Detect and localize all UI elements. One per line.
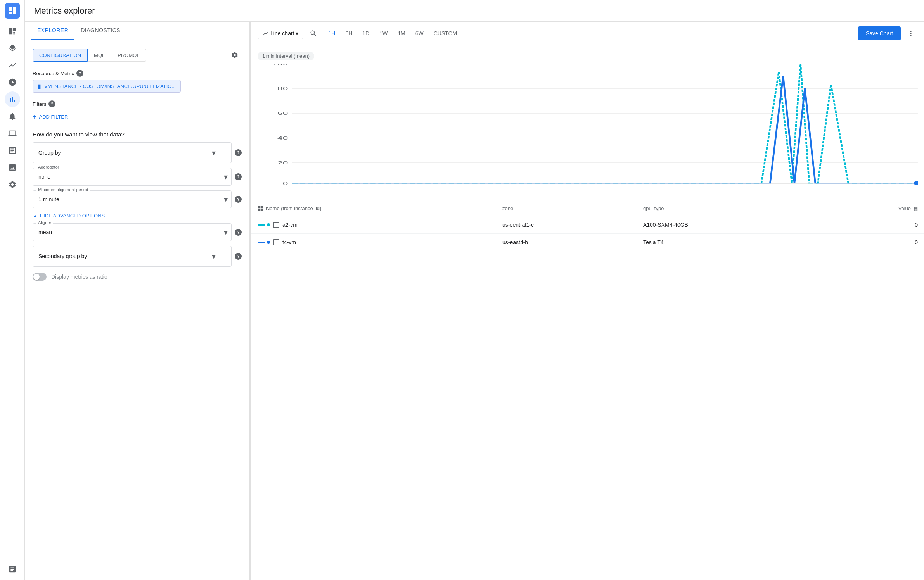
aligner-help-icon[interactable]: ? xyxy=(235,229,242,236)
sidebar-icon-layers[interactable] xyxy=(5,40,20,56)
settings-gear-button[interactable] xyxy=(228,48,242,62)
view-section-label: How do you want to view that data? xyxy=(33,131,242,138)
col-header-value: Value ▦ xyxy=(821,200,924,216)
aligner-field: Aligner mean ▾ ? xyxy=(33,223,242,241)
add-filter-button[interactable]: + ADD FILTER xyxy=(33,110,68,123)
chart-svg: 100 80 60 40 20 0 xyxy=(258,64,918,188)
aggregator-input[interactable]: none xyxy=(33,168,232,186)
main-tabs: EXPLORER DIAGNOSTICS xyxy=(25,22,249,40)
alignment-help-icon[interactable]: ? xyxy=(235,196,242,203)
svg-text:12:20 PM: 12:20 PM xyxy=(341,187,382,188)
svg-text:1:10 PM: 1:10 PM xyxy=(831,187,866,188)
time-btn-1m[interactable]: 1M xyxy=(393,28,410,39)
interval-badge: 1 min interval (mean) xyxy=(258,52,314,60)
secondary-group-by-arrow-icon: ▾ xyxy=(212,252,216,261)
sub-tabs: CONFIGURATION MQL PROMQL xyxy=(33,49,146,62)
resource-metric-help-icon[interactable]: ? xyxy=(76,70,83,77)
metric-chip[interactable]: ▮ VM INSTANCE - CUSTOM/INSTANCE/GPU/UTIL… xyxy=(33,80,181,93)
table-cell-value: 0 xyxy=(821,234,924,251)
group-by-help-icon[interactable]: ? xyxy=(235,149,242,156)
filters-label: Filters ? xyxy=(33,100,242,107)
svg-text:12:40 PM: 12:40 PM xyxy=(533,187,573,188)
display-ratio-label: Display metrics as ratio xyxy=(51,274,107,280)
sidebar-icon-linechart[interactable] xyxy=(5,57,20,73)
right-panel: Line chart ▾ 1H6H1D1W1M6WCUSTOM Save Cha… xyxy=(251,22,924,580)
sub-tab-configuration[interactable]: CONFIGURATION xyxy=(33,49,88,62)
svg-text:80: 80 xyxy=(277,86,288,91)
svg-text:100: 100 xyxy=(272,64,288,66)
topbar: Metrics explorer xyxy=(25,0,924,22)
svg-text:12:50 PM: 12:50 PM xyxy=(628,187,669,188)
resource-metric-label: Resource & Metric ? xyxy=(33,70,242,77)
svg-text:60: 60 xyxy=(277,111,288,116)
sub-tab-promql[interactable]: PROMQL xyxy=(111,49,146,62)
svg-text:12:30 PM: 12:30 PM xyxy=(437,187,478,188)
left-panel: EXPLORER DIAGNOSTICS CONFIGURATION MQL P… xyxy=(25,22,250,580)
sidebar-icon-table[interactable] xyxy=(5,143,20,158)
col-header-gpu-type: gpu_type xyxy=(637,200,822,216)
chart-toolbar: Line chart ▾ 1H6H1D1W1M6WCUSTOM Save Cha… xyxy=(251,22,924,45)
table-cell-value: 0 xyxy=(821,216,924,234)
toggle-knob xyxy=(33,274,40,280)
col-header-name: Name (from instance_id) xyxy=(251,200,496,216)
table-cell-name: a2-vm xyxy=(251,216,496,234)
sidebar-icon-bell[interactable] xyxy=(5,109,20,124)
sidebar-icon-metrics[interactable] xyxy=(5,91,20,107)
table-row: t4-vm us-east4-b Tesla T4 0 xyxy=(251,234,924,251)
aggregator-field: Aggregator none ▾ ? xyxy=(33,168,242,186)
display-ratio-row: Display metrics as ratio xyxy=(33,273,242,281)
content-area: EXPLORER DIAGNOSTICS CONFIGURATION MQL P… xyxy=(25,22,924,580)
alignment-period-field: Minimum alignment period 1 minute ▾ ? xyxy=(33,190,242,208)
aggregator-help-icon[interactable]: ? xyxy=(235,173,242,180)
table-cell-gpu-type: A100-SXM4-40GB xyxy=(637,216,822,234)
sidebar-icon-monitor[interactable] xyxy=(5,126,20,141)
time-btn-1w[interactable]: 1W xyxy=(375,28,392,39)
time-btn-custom[interactable]: CUSTOM xyxy=(429,28,462,39)
more-options-button[interactable] xyxy=(904,26,918,40)
svg-point-12 xyxy=(914,181,918,185)
display-ratio-toggle[interactable] xyxy=(33,273,47,281)
group-by-arrow-icon: ▾ xyxy=(212,148,216,157)
tab-explorer[interactable]: EXPLORER xyxy=(31,22,74,40)
svg-text:0: 0 xyxy=(283,181,288,186)
alignment-period-input[interactable]: 1 minute xyxy=(33,190,232,208)
time-range-buttons: 1H6H1D1W1M6WCUSTOM xyxy=(324,28,462,39)
metric-chip-icon: ▮ xyxy=(38,83,41,90)
sidebar-icon-dashboard[interactable] xyxy=(5,23,20,39)
row-checkbox[interactable] xyxy=(273,222,279,228)
chart-type-button[interactable]: Line chart ▾ xyxy=(258,28,303,39)
time-btn-6h[interactable]: 6H xyxy=(341,28,357,39)
sidebar-icon-settings[interactable] xyxy=(5,177,20,192)
chart-area: 1 min interval (mean) 100 xyxy=(251,45,924,580)
svg-text:1:00 PM: 1:00 PM xyxy=(735,187,771,188)
data-table: Name (from instance_id) zone gpu_type Va… xyxy=(251,200,924,251)
table-cell-zone: us-central1-c xyxy=(496,216,637,234)
column-options-icon[interactable]: ▦ xyxy=(913,205,918,211)
row-checkbox[interactable] xyxy=(273,239,279,245)
table-cell-name: t4-vm xyxy=(251,234,496,251)
filters-help-icon[interactable]: ? xyxy=(48,100,55,107)
page-title: Metrics explorer xyxy=(34,6,95,16)
sidebar xyxy=(0,0,25,580)
time-btn-1h[interactable]: 1H xyxy=(324,28,340,39)
aligner-input[interactable]: mean xyxy=(33,223,232,241)
sidebar-icon-image[interactable] xyxy=(5,160,20,175)
advanced-options-toggle[interactable]: ▲ HIDE ADVANCED OPTIONS xyxy=(33,213,242,219)
chart-container: 1 min interval (mean) 100 xyxy=(251,45,924,200)
col-header-zone: zone xyxy=(496,200,637,216)
sidebar-icon-target[interactable] xyxy=(5,74,20,90)
secondary-group-by-dropdown[interactable]: Secondary group by ▾ xyxy=(33,246,232,267)
chart-search-button[interactable] xyxy=(306,26,320,40)
time-btn-6w[interactable]: 6W xyxy=(411,28,428,39)
tab-diagnostics[interactable]: DIAGNOSTICS xyxy=(74,22,126,40)
group-by-dropdown[interactable]: Group by ▾ xyxy=(33,142,232,163)
svg-text:UTC-4: UTC-4 xyxy=(278,187,306,188)
sidebar-icon-tasks[interactable] xyxy=(5,561,20,577)
time-btn-1d[interactable]: 1D xyxy=(358,28,374,39)
secondary-group-by-help-icon[interactable]: ? xyxy=(235,253,242,260)
table-cell-zone: us-east4-b xyxy=(496,234,637,251)
chart-type-arrow-icon: ▾ xyxy=(296,30,298,36)
save-chart-button[interactable]: Save Chart xyxy=(858,26,901,40)
sub-tab-mql[interactable]: MQL xyxy=(88,49,111,62)
chevron-up-icon: ▲ xyxy=(33,213,38,219)
